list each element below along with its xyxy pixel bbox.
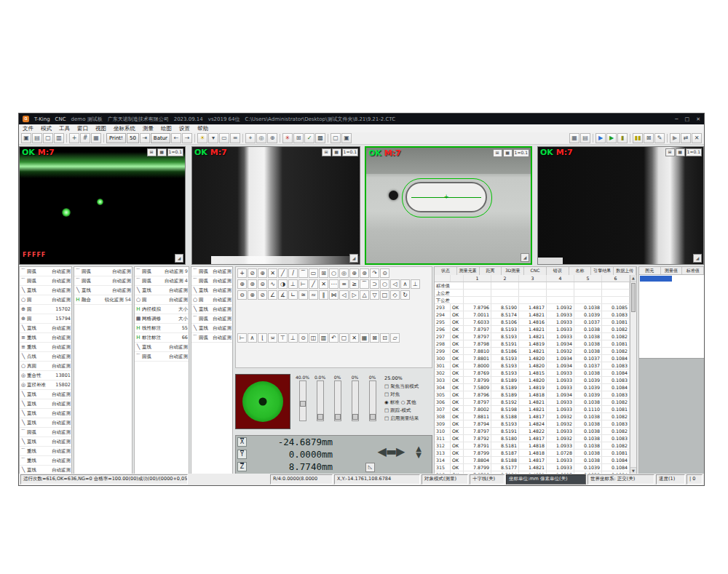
jog-xy-icon[interactable]: ◀▬▶ bbox=[378, 445, 405, 458]
table-tab[interactable]: 距离 bbox=[480, 267, 502, 275]
tool-icon[interactable]: ∟ bbox=[288, 290, 298, 300]
value-50-button[interactable]: 50 bbox=[127, 133, 139, 143]
column-header[interactable]: 6 bbox=[602, 275, 630, 282]
slider-track[interactable] bbox=[334, 380, 341, 421]
tool-icon[interactable]: ⊃ bbox=[370, 279, 379, 289]
minimize-button[interactable]: ─ bbox=[675, 116, 678, 122]
close-doc-icon[interactable]: ⊠ bbox=[644, 133, 654, 143]
list-item[interactable]: H线性标注55 bbox=[135, 324, 189, 333]
tool-icon[interactable]: ⊕ bbox=[258, 268, 267, 278]
tool-icon[interactable]: ◁ bbox=[390, 279, 400, 289]
tool-icon[interactable]: ▢ bbox=[339, 333, 349, 343]
column-header[interactable]: 2 bbox=[491, 275, 519, 282]
list-item[interactable]: ╲直线自动监测 bbox=[20, 437, 71, 447]
table-icon[interactable]: ▦ bbox=[569, 133, 579, 143]
tool-icon[interactable]: ▷ bbox=[349, 290, 359, 300]
dropdown-icon[interactable]: ▾ bbox=[208, 133, 218, 143]
light-checkbox[interactable]: □ 跟踪-模式 bbox=[384, 407, 432, 415]
camera-tool-icon[interactable]: ▦ bbox=[157, 148, 167, 156]
table-row[interactable]: 294OK7.00118.51741.48211.09330.10390.108… bbox=[435, 311, 630, 319]
tool-icon[interactable]: ▽ bbox=[370, 290, 379, 300]
selected-element-indicator[interactable] bbox=[640, 276, 672, 282]
list-item[interactable]: ○真圆自动监测 bbox=[20, 362, 71, 371]
column-header[interactable]: 5 bbox=[574, 275, 602, 282]
light-slider[interactable]: 0% bbox=[365, 375, 380, 432]
frame-icon[interactable]: ▢ bbox=[331, 133, 341, 143]
tool-icon[interactable]: ▦ bbox=[360, 333, 369, 343]
run-blue-icon[interactable]: ▶ bbox=[596, 133, 606, 143]
list-item[interactable]: ╲直线自动监测 bbox=[20, 418, 71, 428]
list-item[interactable]: ╲直线自动监测 bbox=[191, 324, 232, 333]
axis-z-zero-button[interactable]: Z bbox=[237, 462, 247, 471]
axis-x-zero-button[interactable]: X bbox=[237, 437, 247, 447]
table-row[interactable]: 303OK7.87998.51891.48201.09330.10390.108… bbox=[435, 377, 630, 384]
tool-icon[interactable]: ╱ bbox=[309, 279, 318, 289]
table-row[interactable]: 309OK7.87948.51931.48241.09320.10380.108… bbox=[435, 420, 630, 428]
menu-item[interactable]: 模式 bbox=[37, 124, 55, 132]
tool-icon[interactable]: ⊥ bbox=[288, 279, 298, 289]
light-checkbox[interactable]: □ 聚焦当前模式 bbox=[384, 383, 432, 391]
tool-icon[interactable]: ⊕ bbox=[237, 279, 247, 289]
table-tab[interactable]: CNC bbox=[524, 267, 547, 275]
tool-icon[interactable]: ⊥ bbox=[288, 333, 298, 343]
tool-icon[interactable]: ⊘ bbox=[258, 290, 267, 300]
list-item[interactable]: ╲直线自动监测 bbox=[191, 305, 232, 314]
print-button[interactable]: Print! bbox=[106, 133, 126, 143]
list-item[interactable]: ⌒圆弧自动监测 bbox=[20, 276, 71, 286]
jog-down-icon[interactable]: ▼ bbox=[416, 452, 422, 458]
table-row[interactable]: 300OK7.88018.51931.48201.09340.10370.108… bbox=[435, 355, 630, 362]
list-item[interactable]: ╲点线自动监测 bbox=[20, 352, 71, 362]
element-tab[interactable]: 标准值 bbox=[682, 267, 704, 274]
table-row[interactable]: 308OK7.88118.51881.48171.09320.10380.108… bbox=[435, 413, 630, 420]
table-row[interactable]: 298OK7.87988.51911.48191.09340.10380.108… bbox=[435, 340, 630, 348]
tool-icon[interactable]: ◎ bbox=[339, 268, 349, 278]
check-icon[interactable]: ✓ bbox=[304, 133, 314, 143]
tool-icon[interactable]: ⊘ bbox=[248, 268, 257, 278]
slider-thumb[interactable] bbox=[317, 414, 323, 420]
list-item[interactable]: ⌒圆弧自动监测 bbox=[191, 333, 232, 343]
list-item[interactable]: ⌒圆弧自动监测 bbox=[191, 276, 232, 286]
tool-icon[interactable]: ⊛ bbox=[360, 268, 369, 278]
camera-tool-icon[interactable]: ▦ bbox=[676, 148, 685, 156]
list-item[interactable]: ▦网格调修大小 bbox=[135, 314, 189, 324]
list-item[interactable]: ⌒圆弧自动监测 bbox=[20, 267, 71, 276]
slider-track[interactable] bbox=[317, 380, 324, 421]
list-item[interactable]: ○圆自动监测 bbox=[135, 295, 189, 305]
lens-icon[interactable]: ◎ bbox=[256, 133, 266, 143]
menu-item[interactable]: 帮助 bbox=[194, 124, 212, 132]
save-icon[interactable]: ▢ bbox=[43, 133, 53, 143]
menu-item[interactable]: 测量 bbox=[139, 124, 157, 132]
list-item[interactable]: ╲直线自动监测 bbox=[191, 286, 232, 295]
tool-icon[interactable]: ⊢ bbox=[237, 333, 247, 343]
crosshair-icon[interactable]: ⊕ bbox=[267, 133, 277, 143]
list-item[interactable]: ⌒圆弧自动监测 bbox=[191, 314, 232, 324]
tool-icon[interactable]: ⊤ bbox=[278, 333, 288, 343]
list-item[interactable]: ⊕圆15794 bbox=[20, 314, 71, 324]
list-item[interactable]: ⌒圆弧自动监测 bbox=[74, 267, 132, 276]
play-gray-icon[interactable]: ▶ bbox=[670, 133, 680, 143]
tool-icon[interactable]: ⌒ bbox=[298, 268, 308, 278]
column-header[interactable]: 3 bbox=[519, 275, 547, 282]
tool-icon[interactable]: ≍ bbox=[268, 333, 277, 343]
close-button[interactable]: ✕ bbox=[696, 116, 700, 122]
light-checkbox[interactable]: □ 对焦 bbox=[384, 391, 432, 399]
camera-tool-icon[interactable]: ⊞ bbox=[322, 148, 331, 156]
table-row[interactable]: 299OK7.88108.51861.48211.09320.10380.108… bbox=[435, 348, 630, 355]
table-scrollbar[interactable]: ▲ ▼ bbox=[630, 275, 636, 474]
list-item[interactable]: ⌒重线自动监测 bbox=[20, 456, 71, 466]
tool-icon[interactable]: ⊕ bbox=[349, 268, 359, 278]
tool-icon[interactable]: ↻ bbox=[400, 290, 410, 300]
ring-light-preview[interactable] bbox=[235, 374, 290, 429]
list-item[interactable]: ⊕圆15702 bbox=[20, 305, 71, 314]
slider-track[interactable] bbox=[299, 380, 306, 421]
table-row[interactable]: 305OK7.87968.51891.48181.09340.10390.108… bbox=[435, 391, 630, 399]
light-slider[interactable]: 0% bbox=[347, 375, 363, 432]
light-checkbox[interactable]: □ 启用测量结果 bbox=[384, 415, 432, 423]
tool-icon[interactable]: ⋈ bbox=[329, 290, 339, 300]
table-tab[interactable]: 数据上传 bbox=[614, 267, 636, 275]
tool-icon[interactable]: ⌒ bbox=[360, 279, 369, 289]
light-slider[interactable]: 40.0% bbox=[295, 375, 310, 432]
menu-item[interactable]: 坐标系统 bbox=[110, 124, 139, 132]
tool-icon[interactable]: ≥ bbox=[349, 279, 359, 289]
tool-icon[interactable]: ⊞ bbox=[319, 268, 328, 278]
